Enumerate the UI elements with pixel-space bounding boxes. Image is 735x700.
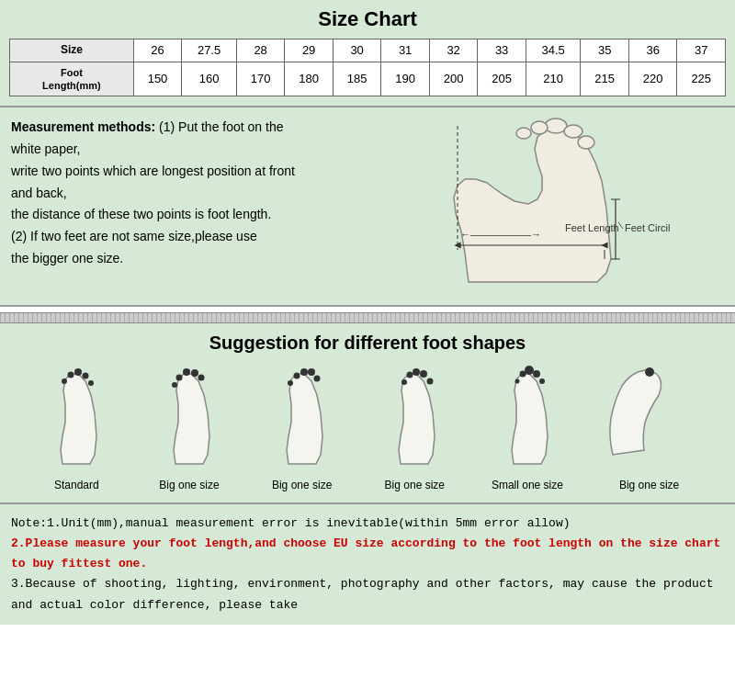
foot-big3-svg (378, 363, 451, 473)
svg-point-2 (578, 136, 594, 149)
foot-shape-big4: Big one size (604, 363, 695, 491)
svg-point-21 (191, 369, 198, 377)
svg-line-14 (618, 222, 623, 229)
foot-big2-svg (266, 363, 339, 473)
note3: 3.Because of shooting, lighting, environ… (11, 574, 724, 615)
fl-180: 180 (285, 62, 334, 96)
svg-point-24 (172, 382, 177, 388)
fl-170: 170 (236, 62, 285, 96)
fl-150: 150 (133, 62, 182, 96)
svg-point-33 (427, 378, 434, 385)
measurement-bold-label: Measurement methods: (11, 119, 155, 134)
suggestion-section: Suggestion for different foot shapes Sta… (0, 323, 735, 504)
fl-205: 205 (478, 62, 526, 96)
foot-big4-label: Big one size (619, 479, 679, 491)
measurement-text4: (2) If two feet are not same size,please… (11, 229, 257, 243)
foot-big1-label: Big one size (159, 479, 219, 491)
svg-point-35 (525, 366, 534, 375)
svg-point-38 (539, 378, 545, 384)
svg-point-16 (83, 373, 89, 379)
svg-point-31 (420, 370, 427, 378)
note-section: Note:1.Unit(mm),manual measurement error… (0, 504, 735, 624)
svg-point-28 (293, 373, 300, 379)
svg-point-4 (516, 128, 531, 139)
svg-point-22 (198, 375, 204, 381)
svg-text:Feet Circile: Feet Circile (625, 222, 671, 233)
size-34-5: 34.5 (526, 40, 581, 62)
size-chart-section: Size Chart Size 26 27.5 28 29 30 31 32 3… (0, 0, 735, 107)
svg-point-18 (68, 372, 74, 378)
size-29: 29 (285, 40, 334, 62)
svg-point-37 (519, 371, 526, 378)
svg-point-36 (533, 370, 540, 378)
size-30: 30 (333, 40, 381, 62)
fl-220: 220 (628, 62, 677, 96)
svg-point-27 (313, 376, 320, 382)
svg-point-29 (288, 380, 293, 386)
size-37: 37 (677, 40, 726, 62)
foot-standard-label: Standard (54, 479, 99, 491)
foot-big2-label: Big one size (272, 479, 332, 491)
foot-shapes-row: Standard Big one size (11, 363, 724, 491)
foot-svg: ←——————→ Feet Length Feet Circile (358, 117, 671, 296)
svg-point-15 (74, 368, 82, 376)
size-27-5: 27.5 (182, 40, 237, 62)
svg-point-30 (413, 368, 420, 376)
size-36: 36 (628, 40, 677, 62)
svg-point-20 (183, 368, 190, 376)
svg-point-17 (88, 380, 94, 386)
svg-point-3 (531, 121, 548, 134)
svg-point-23 (175, 375, 182, 381)
foot-shape-big3: Big one size (378, 363, 451, 491)
size-header: Size (10, 40, 134, 62)
foot-diagram: ←——————→ Feet Length Feet Circile (305, 117, 724, 296)
fl-210: 210 (526, 62, 581, 96)
foot-shape-standard: Standard (40, 363, 113, 491)
note1: Note:1.Unit(mm),manual measurement error… (11, 514, 724, 534)
fl-215: 215 (581, 62, 629, 96)
size-33: 33 (478, 40, 526, 62)
foot-big1-svg (153, 363, 226, 473)
measurement-text2: write two points which are longest posit… (11, 164, 295, 200)
note2-red: 2.Please measure your foot length,and ch… (11, 536, 720, 570)
fl-225: 225 (677, 62, 726, 96)
fl-190: 190 (381, 62, 430, 96)
note2: 2.Please measure your foot length,and ch… (11, 534, 724, 574)
svg-text:←——————→: ←——————→ (460, 229, 541, 240)
svg-point-39 (514, 379, 519, 384)
size-31: 31 (381, 40, 430, 62)
foot-shape-small: Small one size (491, 363, 564, 491)
fl-160: 160 (182, 62, 237, 96)
svg-point-1 (564, 125, 582, 138)
foot-small-svg (491, 363, 564, 473)
foot-big4-svg (604, 363, 695, 473)
svg-point-32 (407, 372, 413, 378)
measurement-section: Measurement methods: (1) Put the foot on… (0, 107, 735, 307)
measurement-text: Measurement methods: (1) Put the foot on… (11, 117, 296, 296)
svg-point-40 (645, 367, 654, 377)
size-35: 35 (581, 40, 629, 62)
foot-big3-label: Big one size (385, 479, 445, 491)
ruler-strip (0, 312, 735, 323)
foot-shape-big1: Big one size (153, 363, 226, 491)
suggestion-title: Suggestion for different foot shapes (11, 333, 724, 354)
size-28: 28 (236, 40, 285, 62)
size-32: 32 (429, 40, 478, 62)
size-26: 26 (133, 40, 182, 62)
foot-shape-big2: Big one size (266, 363, 339, 491)
svg-point-25 (308, 368, 315, 376)
size-table: Size 26 27.5 28 29 30 31 32 33 34.5 35 3… (9, 39, 726, 96)
svg-point-34 (401, 379, 407, 385)
measurement-text3: the distance of these two points is foot… (11, 207, 271, 221)
svg-point-26 (300, 368, 308, 376)
foot-standard-svg (40, 363, 113, 473)
fl-200: 200 (429, 62, 478, 96)
foot-small-label: Small one size (492, 479, 563, 491)
fl-185: 185 (333, 62, 381, 96)
svg-text:Feet Length: Feet Length (565, 222, 619, 233)
svg-point-19 (62, 378, 67, 384)
size-chart-title: Size Chart (9, 7, 726, 31)
measurement-text5: the bigger one size. (11, 251, 123, 265)
foot-length-header: FootLength(mm) (10, 62, 134, 96)
